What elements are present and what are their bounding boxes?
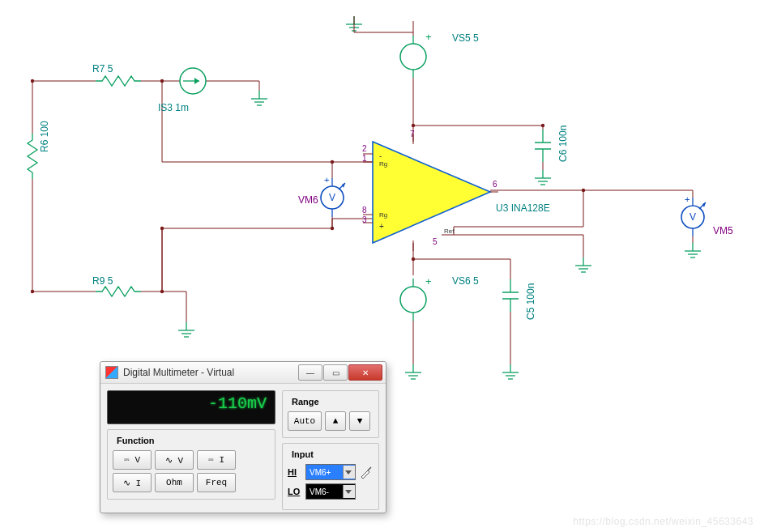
ground-icon xyxy=(575,257,591,272)
svg-text:+: + xyxy=(685,194,690,204)
watermark: https://blog.csdn.net/weixin_45633643 xyxy=(573,516,754,527)
voltmeter-VM5[interactable]: + xyxy=(681,194,706,236)
voltmeter-VM6[interactable]: + xyxy=(321,175,345,217)
resistor-R7[interactable] xyxy=(96,76,141,86)
ground-icon xyxy=(685,243,701,257)
label-VS5: VS5 5 xyxy=(452,32,479,44)
ac-voltage-button[interactable]: ∿ V xyxy=(155,450,194,470)
maximize-button[interactable]: ▭ xyxy=(323,364,348,381)
function-group: Function ⎓ V ∿ V ⎓ I ∿ I Ohm Freq xyxy=(107,429,275,500)
svg-text:+: + xyxy=(425,275,432,287)
voltage-source-VS5[interactable] xyxy=(400,36,426,78)
close-button[interactable]: ✕ xyxy=(348,364,382,381)
minimize-button[interactable]: ― xyxy=(298,364,322,381)
svg-text:-: - xyxy=(379,151,382,160)
ground-icon xyxy=(535,170,551,185)
resistor-R9[interactable] xyxy=(96,287,141,296)
input-group-title: Input xyxy=(289,449,316,459)
hi-select[interactable]: VM6+ xyxy=(305,464,356,480)
label-VM6: VM6 xyxy=(298,194,318,206)
capacitor-C5[interactable] xyxy=(502,279,519,312)
label-R6: R6 100 xyxy=(39,121,50,152)
capacitor-C6[interactable] xyxy=(535,130,551,162)
pin-7: 7 xyxy=(410,130,415,138)
pin-5: 5 xyxy=(433,237,438,246)
app-icon xyxy=(105,366,118,379)
ac-current-button[interactable]: ∿ I xyxy=(113,473,152,492)
resistor-R6[interactable] xyxy=(28,134,37,179)
lcd-display: -110mV xyxy=(107,390,275,424)
label-R7: R7 5 xyxy=(92,63,113,74)
freq-button[interactable]: Freq xyxy=(197,473,236,492)
multimeter-dialog[interactable]: Digital Multimeter - Virtual ― ▭ ✕ -110m… xyxy=(100,361,386,513)
label-U3: U3 INA128E xyxy=(496,202,550,214)
pin-6: 6 xyxy=(493,180,497,189)
label-C6: C6 100n xyxy=(557,126,569,162)
label-R9: R9 5 xyxy=(92,275,113,287)
svg-text:+: + xyxy=(379,222,384,231)
dc-current-button[interactable]: ⎓ I xyxy=(197,450,236,470)
label-VS6: VS6 5 xyxy=(452,275,479,287)
svg-text:Rg: Rg xyxy=(379,211,387,219)
voltage-source-VS6[interactable] xyxy=(400,279,426,321)
svg-text:+: + xyxy=(425,31,432,43)
range-auto-button[interactable]: Auto xyxy=(288,411,322,431)
pin-8: 8 xyxy=(362,206,367,215)
chevron-down-icon xyxy=(345,470,352,475)
label-VM5: VM5 xyxy=(713,225,733,236)
ground-icon xyxy=(178,322,194,337)
hi-select-value: VM6+ xyxy=(310,468,331,477)
ground-icon xyxy=(502,364,519,379)
ground-icon xyxy=(251,91,267,105)
function-group-title: Function xyxy=(114,436,156,445)
ohm-button[interactable]: Ohm xyxy=(155,473,194,492)
dc-voltage-button[interactable]: ⎓ V xyxy=(113,450,152,470)
svg-text:Rg: Rg xyxy=(379,160,387,168)
probe-icon[interactable] xyxy=(359,465,374,479)
dialog-title: Digital Multimeter - Virtual xyxy=(123,367,298,378)
lo-select[interactable]: VM6- xyxy=(305,483,356,500)
range-down-button[interactable]: ▼ xyxy=(349,411,370,431)
chevron-down-icon xyxy=(345,490,352,494)
svg-text:+: + xyxy=(324,175,329,185)
label-C5: C5 100n xyxy=(525,283,536,320)
lo-select-value: VM6- xyxy=(310,487,329,496)
hi-label: HI xyxy=(288,467,302,477)
current-source-IS3[interactable] xyxy=(180,68,206,94)
svg-text:Ref: Ref xyxy=(444,228,455,235)
range-group-title: Range xyxy=(289,397,322,406)
range-up-button[interactable]: ▲ xyxy=(325,411,346,431)
pin-1: 1 xyxy=(362,154,367,163)
opamp-U3[interactable]: Rg Rg - + Ref xyxy=(363,134,498,251)
svg-marker-25 xyxy=(373,142,490,243)
label-IS3: IS3 1m xyxy=(158,102,189,113)
input-group: Input HI VM6+ LO VM6 xyxy=(282,443,379,510)
dialog-titlebar[interactable]: Digital Multimeter - Virtual ― ▭ ✕ xyxy=(100,362,386,384)
pin-2: 2 xyxy=(362,144,367,153)
pin-3: 3 xyxy=(362,215,367,224)
ground-icon xyxy=(405,364,421,379)
lo-label: LO xyxy=(288,487,302,496)
range-group: Range Auto ▲ ▼ xyxy=(282,390,379,438)
